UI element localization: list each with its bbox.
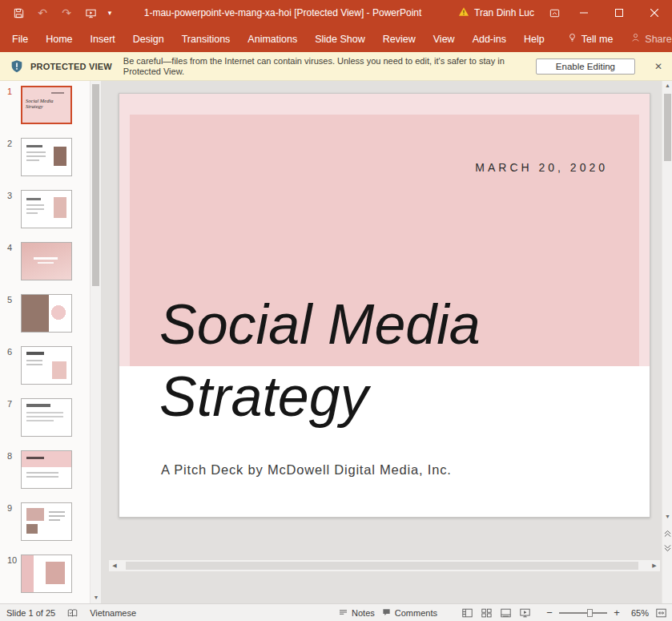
slide-thumbnail-4[interactable]: 4 bbox=[0, 242, 87, 280]
ribbon-display-options-icon[interactable] bbox=[542, 0, 566, 26]
slide-preview bbox=[21, 554, 72, 593]
window-controls bbox=[566, 0, 672, 26]
tab-view[interactable]: View bbox=[425, 26, 464, 52]
tab-animations[interactable]: Animations bbox=[239, 26, 306, 52]
language-indicator[interactable]: Vietnamese bbox=[90, 608, 136, 618]
scroll-down-icon[interactable]: ▼ bbox=[91, 595, 102, 600]
view-shortcuts bbox=[461, 607, 531, 619]
slide-thumbnail-10[interactable]: 10 bbox=[0, 554, 87, 593]
slide-title-text: Social Media Strategy bbox=[159, 288, 481, 433]
previous-slide-icon[interactable] bbox=[662, 530, 672, 538]
tab-home[interactable]: Home bbox=[37, 26, 81, 52]
close-button[interactable] bbox=[637, 0, 672, 26]
scrollbar-thumb[interactable] bbox=[664, 94, 671, 161]
scroll-up-icon[interactable]: ▲ bbox=[662, 83, 672, 88]
slide-preview bbox=[21, 502, 72, 541]
person-icon bbox=[630, 32, 641, 46]
start-from-beginning-icon[interactable] bbox=[80, 2, 101, 24]
slide-preview bbox=[21, 190, 72, 228]
scrollbar-thumb[interactable] bbox=[92, 84, 99, 286]
account-name: Tran Dinh Luc bbox=[474, 7, 534, 18]
slide-number: 2 bbox=[0, 138, 21, 176]
tab-help[interactable]: Help bbox=[515, 26, 553, 52]
tab-add-ins[interactable]: Add-ins bbox=[464, 26, 515, 52]
spell-check-icon[interactable] bbox=[66, 607, 78, 619]
reading-view-icon[interactable] bbox=[500, 607, 512, 619]
zoom-slider-thumb[interactable] bbox=[587, 609, 593, 617]
zoom-out-icon[interactable]: − bbox=[545, 607, 553, 619]
slide-show-view-icon[interactable] bbox=[519, 607, 531, 619]
slide-thumbnail-panel: 1Social Media Strategy2345678910 bbox=[0, 81, 90, 603]
slide-thumbnail-2[interactable]: 2 bbox=[0, 138, 87, 176]
scroll-down-icon[interactable]: ▼ bbox=[662, 514, 672, 519]
comments-icon bbox=[381, 607, 392, 619]
slide-thumbnail-3[interactable]: 3 bbox=[0, 190, 87, 228]
enable-editing-button[interactable]: Enable Editing bbox=[536, 58, 635, 75]
zoom-in-icon[interactable]: + bbox=[613, 607, 621, 619]
slide-number: 4 bbox=[0, 242, 21, 280]
normal-view-icon[interactable] bbox=[461, 607, 473, 619]
fit-slide-to-window-icon[interactable] bbox=[655, 607, 667, 619]
scroll-right-icon[interactable]: ▶ bbox=[649, 560, 660, 571]
slide-preview bbox=[21, 138, 72, 176]
maximize-button[interactable] bbox=[602, 0, 637, 26]
slide-canvas-area: MARCH 20, 2020 Social Media Strategy A P… bbox=[101, 81, 662, 603]
account-area[interactable]: Tran Dinh Luc bbox=[450, 6, 542, 19]
warning-icon bbox=[458, 6, 469, 19]
share-button[interactable]: Share bbox=[622, 26, 672, 52]
slide-preview bbox=[21, 346, 72, 385]
slide-thumbnail-7[interactable]: 7 bbox=[0, 398, 87, 437]
scroll-left-icon[interactable]: ◀ bbox=[109, 560, 120, 571]
scrollbar-thumb[interactable] bbox=[126, 562, 638, 570]
tab-review[interactable]: Review bbox=[374, 26, 425, 52]
thumbnail-panel-scrollbar[interactable]: ▼ bbox=[90, 81, 101, 603]
slide-thumbnail-1[interactable]: 1Social Media Strategy bbox=[0, 86, 87, 124]
thumbnail-title-text: Social Media Strategy bbox=[26, 98, 59, 109]
save-icon[interactable] bbox=[8, 2, 29, 24]
protected-view-banner: PROTECTED VIEW Be careful—files from the… bbox=[0, 52, 672, 81]
slide-thumbnail-5[interactable]: 5 bbox=[0, 294, 87, 333]
next-slide-icon[interactable] bbox=[662, 544, 672, 552]
slide-preview bbox=[21, 242, 72, 280]
main-content: 1Social Media Strategy2345678910 ▼ MARCH… bbox=[0, 81, 672, 603]
slide-number: 3 bbox=[0, 190, 21, 228]
slide-number: 7 bbox=[0, 398, 21, 437]
zoom-slider[interactable] bbox=[559, 607, 607, 619]
slide-thumbnail-8[interactable]: 8 bbox=[0, 450, 87, 489]
slide-sorter-view-icon[interactable] bbox=[481, 607, 493, 619]
slide-preview bbox=[21, 398, 72, 437]
slide-thumbnail-6[interactable]: 6 bbox=[0, 346, 87, 385]
notes-button[interactable]: Notes bbox=[338, 607, 375, 619]
protected-view-message: Be careful—files from the Internet can c… bbox=[123, 56, 505, 77]
tab-file[interactable]: File bbox=[3, 26, 37, 52]
slide-number: 6 bbox=[0, 346, 21, 385]
horizontal-scrollbar[interactable]: ◀ ▶ bbox=[109, 560, 660, 571]
undo-icon[interactable]: ↶ bbox=[32, 2, 53, 24]
notes-icon bbox=[338, 607, 348, 619]
slide-number: 1 bbox=[0, 86, 21, 124]
banner-close-icon[interactable]: ✕ bbox=[648, 61, 669, 72]
slide-number: 5 bbox=[0, 294, 21, 333]
customize-qat-icon[interactable]: ▾ bbox=[104, 2, 115, 24]
slide-1-canvas[interactable]: MARCH 20, 2020 Social Media Strategy A P… bbox=[119, 93, 650, 518]
shield-icon bbox=[10, 59, 24, 74]
tab-design[interactable]: Design bbox=[124, 26, 173, 52]
horizontal-scroll-track[interactable] bbox=[120, 560, 649, 571]
window-title: 1-mau-powerpoint-ve-mang-xa-hoi [Protect… bbox=[115, 7, 450, 18]
minimize-button[interactable] bbox=[566, 0, 602, 26]
zoom-level[interactable]: 65% bbox=[626, 608, 649, 618]
comments-button[interactable]: Comments bbox=[381, 607, 437, 619]
slide-indicator: Slide 1 of 25 bbox=[6, 608, 55, 618]
redo-icon[interactable]: ↷ bbox=[56, 2, 77, 24]
tab-transitions[interactable]: Transitions bbox=[173, 26, 239, 52]
vertical-scrollbar[interactable]: ▲ ▼ bbox=[662, 81, 672, 603]
status-bar: Slide 1 of 25 Vietnamese Notes Comments bbox=[0, 603, 672, 621]
slide-number: 8 bbox=[0, 450, 21, 489]
tab-insert[interactable]: Insert bbox=[82, 26, 124, 52]
tab-slide-show[interactable]: Slide Show bbox=[306, 26, 374, 52]
zoom-controls: − + 65% bbox=[545, 607, 649, 619]
slide-preview bbox=[21, 294, 72, 333]
quick-access-toolbar: ↶ ↷ ▾ bbox=[0, 2, 115, 24]
slide-thumbnail-9[interactable]: 9 bbox=[0, 502, 87, 541]
tell-me-button[interactable]: Tell me bbox=[558, 26, 622, 52]
